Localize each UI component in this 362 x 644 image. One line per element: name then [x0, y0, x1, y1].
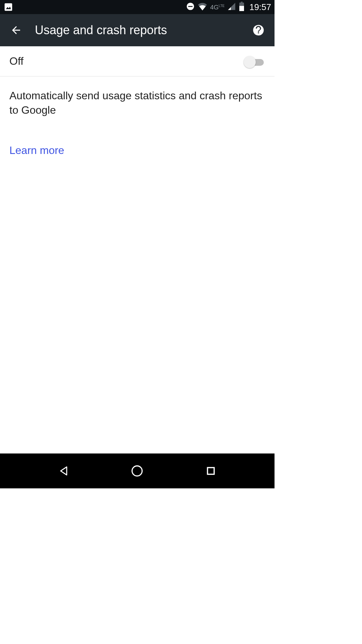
learn-more-link[interactable]: Learn more — [9, 144, 64, 156]
description-section: Automatically send usage statistics and … — [0, 76, 275, 169]
signal-icon — [227, 2, 236, 12]
nav-back-button[interactable] — [56, 463, 72, 479]
status-left — [3, 2, 13, 12]
svg-point-7 — [132, 466, 142, 476]
navigation-bar — [0, 453, 275, 488]
svg-rect-0 — [5, 3, 12, 11]
switch-thumb — [244, 56, 256, 68]
network-label: 4GLTE — [210, 4, 225, 10]
nav-recent-button[interactable] — [203, 463, 219, 479]
toggle-switch[interactable] — [244, 55, 265, 68]
svg-rect-5 — [239, 6, 244, 11]
nav-home-button[interactable] — [129, 463, 145, 479]
description-text: Automatically send usage statistics and … — [9, 89, 265, 117]
svg-rect-8 — [207, 468, 214, 474]
photo-icon — [3, 2, 13, 12]
toggle-state-label: Off — [9, 55, 23, 67]
help-button[interactable] — [252, 23, 265, 37]
back-button[interactable] — [9, 23, 23, 37]
svg-rect-3 — [241, 2, 243, 3]
svg-rect-2 — [188, 6, 192, 7]
toggle-row[interactable]: Off — [0, 46, 275, 76]
dnd-icon — [186, 2, 195, 12]
battery-icon — [239, 2, 245, 12]
page-title: Usage and crash reports — [35, 23, 240, 37]
app-bar: Usage and crash reports — [0, 14, 275, 46]
wifi-icon — [197, 2, 207, 12]
status-right: 4GLTE 19:57 — [186, 2, 271, 12]
clock-text: 19:57 — [249, 2, 271, 12]
status-bar: 4GLTE 19:57 — [0, 0, 275, 14]
